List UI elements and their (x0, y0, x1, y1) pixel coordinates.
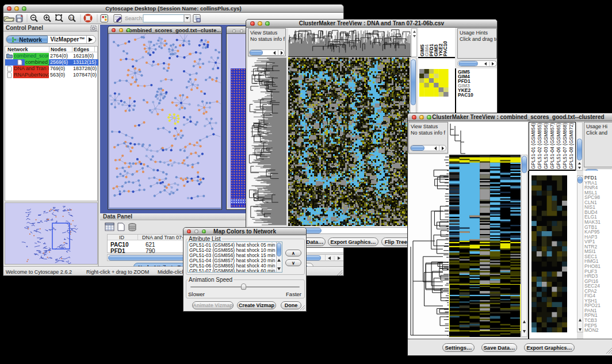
svg-text:Search:: Search: (125, 15, 144, 21)
svg-text:1:1: 1:1 (70, 17, 74, 20)
